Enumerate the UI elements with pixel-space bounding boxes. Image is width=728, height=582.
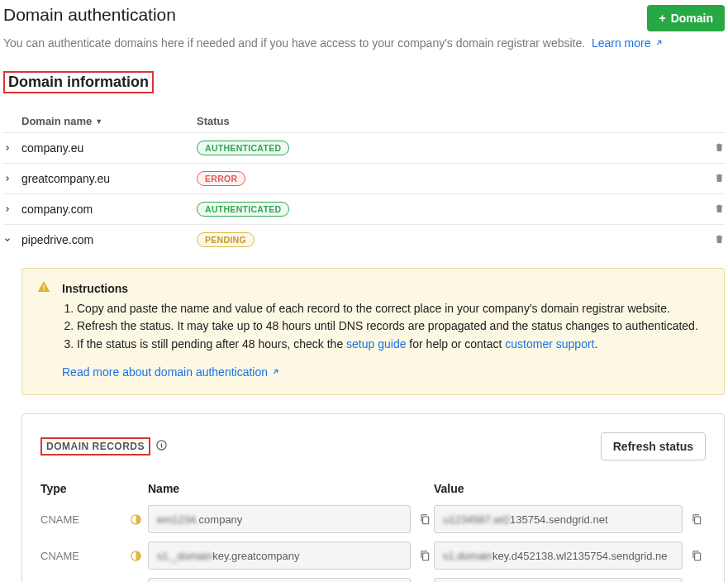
instructions-box: InstructionsCopy and paste the name and … [21, 268, 725, 395]
domain-name-cell: greatcompany.eu [21, 172, 197, 185]
refresh-status-button[interactable]: Refresh status [601, 432, 706, 460]
page-subtitle: You can authenticate domains here if nee… [3, 36, 725, 50]
record-row: CNAMEs1._domainkey.greatcompanys1.domain… [40, 541, 706, 570]
records-header: TypeNameValue [40, 482, 706, 495]
add-domain-button[interactable]: + Domain [647, 5, 725, 31]
record-name-field[interactable]: em1234.company [148, 505, 411, 533]
status-cell: ERROR [197, 171, 700, 186]
status-badge: AUTHENTICATED [197, 141, 289, 155]
external-link-icon [654, 36, 664, 50]
status-badge: AUTHENTICATED [197, 202, 289, 217]
instructions-heading: Instructions [62, 280, 698, 298]
expand-toggle[interactable] [3, 233, 21, 246]
pending-icon [123, 513, 148, 526]
read-more-link[interactable]: Read more about domain authentication [62, 364, 280, 382]
svg-rect-3 [695, 518, 701, 525]
column-name: Name [148, 482, 434, 495]
page-title: Domain authentication [3, 5, 176, 25]
expand-toggle[interactable] [3, 141, 21, 155]
delete-button[interactable] [700, 233, 725, 247]
status-badge: ERROR [197, 171, 245, 186]
column-status: Status [197, 115, 700, 127]
list-item: Copy and paste the name and value of eac… [77, 300, 698, 318]
pending-icon [123, 550, 148, 562]
record-value-field[interactable]: u7654321.wl135.sendgrid.net [434, 578, 683, 582]
record-name-field[interactable]: s1._domainkey.greatcompany [148, 541, 411, 570]
customer-support-link[interactable]: customer support [505, 337, 594, 351]
record-value-field[interactable]: u1234567.wl2135754.sendgrid.net [434, 505, 683, 533]
expanded-panel: InstructionsCopy and paste the name and … [3, 255, 725, 582]
record-row: TXTem5678..companyu7654321.wl135.sendgri… [40, 578, 706, 582]
column-domain-name[interactable]: Domain name ▼ [21, 115, 197, 127]
table-row: company.comAUTHENTICATED [3, 193, 725, 224]
info-icon[interactable] [155, 439, 168, 454]
expand-toggle[interactable] [3, 203, 21, 216]
delete-button[interactable] [700, 203, 725, 217]
status-cell: AUTHENTICATED [197, 141, 700, 155]
record-name-field[interactable]: em5678..company [148, 578, 411, 582]
record-value-field[interactable]: s1.domainkey.d452138.wl2135754.sendgrid.… [434, 541, 683, 570]
warning-icon [37, 280, 50, 381]
column-value: Value [434, 482, 706, 495]
table-header: Domain name ▼ Status [3, 110, 725, 132]
status-cell: AUTHENTICATED [197, 202, 700, 217]
table-row: company.euAUTHENTICATED [3, 132, 725, 163]
sort-caret-icon: ▼ [95, 117, 102, 126]
record-type: CNAME [40, 513, 123, 526]
list-item: If the status is still pending after 48 … [77, 336, 698, 354]
svg-rect-5 [423, 554, 429, 561]
record-type: CNAME [40, 550, 123, 562]
domain-records-box: DOMAIN RECORDSRefresh statusTypeNameValu… [21, 413, 725, 582]
setup-guide-link[interactable]: setup guide [346, 337, 406, 351]
copy-button[interactable] [688, 510, 706, 528]
external-link-icon [271, 364, 280, 382]
section-heading-domain-information: Domain information [3, 71, 154, 93]
delete-button[interactable] [700, 141, 725, 155]
table-row: pipedrive.comPENDING [3, 224, 725, 255]
svg-rect-6 [695, 554, 701, 561]
instructions-list: Copy and paste the name and value of eac… [77, 300, 698, 354]
list-item: Refresh the status. It may take up to 48… [77, 317, 698, 336]
plus-icon: + [659, 12, 665, 25]
domain-records-heading: DOMAIN RECORDS [40, 437, 150, 456]
column-type: Type [40, 482, 148, 495]
expand-toggle[interactable] [3, 172, 21, 185]
copy-button[interactable] [416, 510, 434, 528]
status-cell: PENDING [197, 232, 700, 247]
status-badge: PENDING [197, 232, 255, 247]
table-row: greatcompany.euERROR [3, 163, 725, 193]
delete-button[interactable] [700, 172, 725, 186]
domain-name-cell: pipedrive.com [21, 233, 197, 246]
record-row: CNAMEem1234.companyu1234567.wl2135754.se… [40, 505, 706, 533]
domain-name-cell: company.com [21, 203, 197, 216]
learn-more-link[interactable]: Learn more [592, 36, 664, 50]
domain-name-cell: company.eu [21, 141, 197, 155]
add-domain-label: Domain [671, 12, 713, 25]
copy-button[interactable] [688, 546, 706, 565]
copy-button[interactable] [416, 546, 434, 565]
svg-rect-2 [423, 518, 429, 525]
